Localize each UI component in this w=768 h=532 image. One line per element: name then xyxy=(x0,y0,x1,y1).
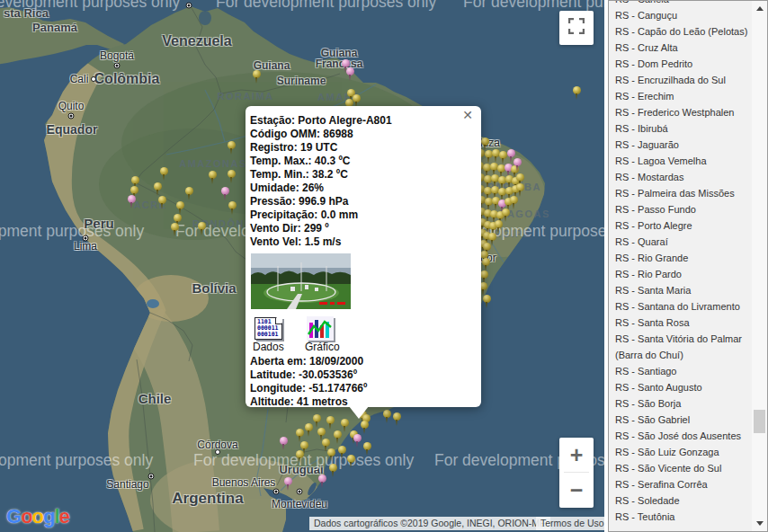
sidebar-item[interactable]: RS - Erechim xyxy=(609,88,752,104)
station-pin[interactable] xyxy=(158,196,166,210)
sidebar-item[interactable]: RS - Palmeira das Missões xyxy=(609,185,752,201)
station-pin[interactable] xyxy=(393,412,401,427)
station-pin[interactable] xyxy=(326,416,335,430)
station-pin[interactable] xyxy=(221,187,229,201)
sidebar-item[interactable]: RS - Passo Fundo xyxy=(609,201,752,217)
sidebar-item[interactable]: RS - Santo Augusto xyxy=(609,379,752,395)
sidebar-item[interactable]: RS - Rio Grande xyxy=(609,250,752,266)
google-logo-letter: G xyxy=(6,505,21,528)
sidebar-item[interactable]: RS - Santiago xyxy=(609,363,752,379)
google-logo-letter: o xyxy=(21,505,31,528)
sidebar-item[interactable]: RS - São Luiz Gonzaga xyxy=(609,444,752,460)
sidebar-item[interactable]: RS - Frederico Westphalen xyxy=(609,104,752,120)
popup-data-line: Código OMM: 86988 xyxy=(250,128,474,141)
station-pin[interactable] xyxy=(198,222,206,236)
station-pin[interactable] xyxy=(171,223,179,237)
sidebar-item[interactable]: RS - Santa Maria xyxy=(609,282,752,298)
station-pin[interactable] xyxy=(363,442,371,457)
station-pin[interactable] xyxy=(209,171,217,185)
station-pin[interactable] xyxy=(280,437,288,451)
popup-links-row: 1101000011000101 Dados Gráfico xyxy=(253,315,474,353)
station-pin[interactable] xyxy=(284,477,292,492)
app-window: Google Dados cartográficos ©2019 Google,… xyxy=(0,0,768,532)
station-pin[interactable] xyxy=(296,450,304,465)
station-pin[interactable] xyxy=(353,434,362,448)
popup-data-line: Vento Vel: 1.5 m/s xyxy=(250,235,474,249)
popup-data-line: Registro: 19 UTC xyxy=(250,141,474,155)
station-pin[interactable] xyxy=(128,195,136,209)
dados-icon[interactable]: 1101000011000101 xyxy=(255,317,282,340)
sidebar-item[interactable]: RS - Serafina Corrêa xyxy=(609,476,752,492)
grafico-link-label[interactable]: Gráfico xyxy=(305,341,340,353)
station-pin[interactable] xyxy=(338,446,346,460)
station-pin[interactable] xyxy=(228,201,237,216)
sidebar-item[interactable]: RS - São José dos Ausentes xyxy=(609,428,752,444)
station-pin[interactable] xyxy=(228,170,236,184)
sidebar-item[interactable]: RS - Canela xyxy=(609,0,752,7)
sidebar-item[interactable]: RS - São Borja xyxy=(609,395,752,412)
sidebar-item[interactable]: RS - Cruz Alta xyxy=(609,40,752,56)
sidebar-item[interactable]: RS - Ibirubá xyxy=(609,120,752,137)
popup-data-line: Temp. Max.: 40.3 ºC xyxy=(250,155,474,168)
station-pin[interactable] xyxy=(502,208,510,223)
sidebar-item[interactable]: RS - São Gabriel xyxy=(609,412,752,428)
station-pin[interactable] xyxy=(383,410,391,424)
station-pin[interactable] xyxy=(329,464,337,478)
sidebar-item[interactable]: RS - Rio Pardo xyxy=(609,266,752,282)
popup-detail-line: Altitude: 41 metros xyxy=(250,395,474,409)
sidebar-item[interactable]: RS - Teutônia xyxy=(609,509,752,525)
google-logo-letter: e xyxy=(59,505,69,528)
sidebar-item[interactable]: RS - Encruzilhada do Sul xyxy=(609,72,752,88)
zoom-in-button[interactable]: + xyxy=(559,438,594,472)
station-photo xyxy=(251,253,351,309)
station-pin[interactable] xyxy=(160,167,168,182)
sidebar-item[interactable]: RS - Quaraí xyxy=(609,234,752,250)
station-pin[interactable] xyxy=(318,474,326,489)
sidebar-item[interactable]: RS - Santa Vitória do Palmar (Barra do C… xyxy=(609,331,752,363)
dados-link-label[interactable]: Dados xyxy=(253,341,284,353)
popup-data-line: Umidade: 26% xyxy=(250,182,474,195)
station-pin[interactable] xyxy=(483,295,491,309)
terms-of-use-link[interactable]: Termos de Uso xyxy=(536,517,604,530)
zoom-control: + − xyxy=(559,438,594,508)
google-logo[interactable]: Google xyxy=(6,505,69,528)
sidebar-item[interactable]: RS - Canguçu xyxy=(609,7,752,23)
sidebar-item[interactable]: RS - Porto Alegre xyxy=(609,217,752,234)
sidebar-item[interactable]: RS - Jaguarão xyxy=(609,137,752,153)
station-pin[interactable] xyxy=(361,421,369,435)
station-pin[interactable] xyxy=(313,414,321,429)
station-pin[interactable] xyxy=(334,430,342,445)
station-pin[interactable] xyxy=(327,448,335,463)
grafico-icon[interactable] xyxy=(307,316,334,341)
sidebar-item[interactable]: RS - Santana do Livramento xyxy=(609,298,752,315)
popup-data-line: Pressão: 996.9 hPa xyxy=(250,195,474,208)
sidebar-item[interactable]: RS - Capão do Leão (Pelotas) xyxy=(609,23,752,40)
station-pin[interactable] xyxy=(573,86,581,101)
sidebar-item[interactable]: RS - Lagoa Vemelha xyxy=(609,153,752,169)
fullscreen-button[interactable] xyxy=(559,11,594,45)
station-pin[interactable] xyxy=(253,70,261,84)
close-icon[interactable]: ✕ xyxy=(462,108,473,122)
binary-row: 000101 xyxy=(257,332,281,338)
sidebar-item[interactable]: RS - São Vicente do Sul xyxy=(609,460,752,476)
zoom-out-button[interactable]: − xyxy=(559,473,594,507)
sidebar-item[interactable]: RS - Dom Pedrito xyxy=(609,56,752,72)
station-pin[interactable] xyxy=(185,187,193,201)
scrollbar-thumb[interactable] xyxy=(754,410,765,433)
scroll-down-arrow-icon[interactable] xyxy=(752,516,767,531)
sidebar-item[interactable]: RS - Soledade xyxy=(609,492,752,509)
scroll-up-arrow-icon[interactable] xyxy=(752,1,767,16)
station-pin[interactable] xyxy=(305,423,313,438)
station-pin[interactable] xyxy=(513,158,522,173)
sidebar-scrollbar[interactable] xyxy=(752,1,767,531)
map-canvas[interactable]: Google Dados cartográficos ©2019 Google,… xyxy=(0,0,604,532)
sidebar-item[interactable]: RS - Mostardas xyxy=(609,169,752,185)
station-detail-block: Aberta em: 18/09/2000Latitude: -30.05353… xyxy=(250,355,474,409)
station-pin[interactable] xyxy=(510,196,518,210)
station-pin[interactable] xyxy=(346,67,354,82)
station-pin[interactable] xyxy=(347,455,355,469)
station-pin[interactable] xyxy=(228,141,236,155)
station-pin[interactable] xyxy=(341,419,349,433)
station-pin[interactable] xyxy=(154,182,162,197)
sidebar-item[interactable]: RS - Santa Rosa xyxy=(609,315,752,331)
